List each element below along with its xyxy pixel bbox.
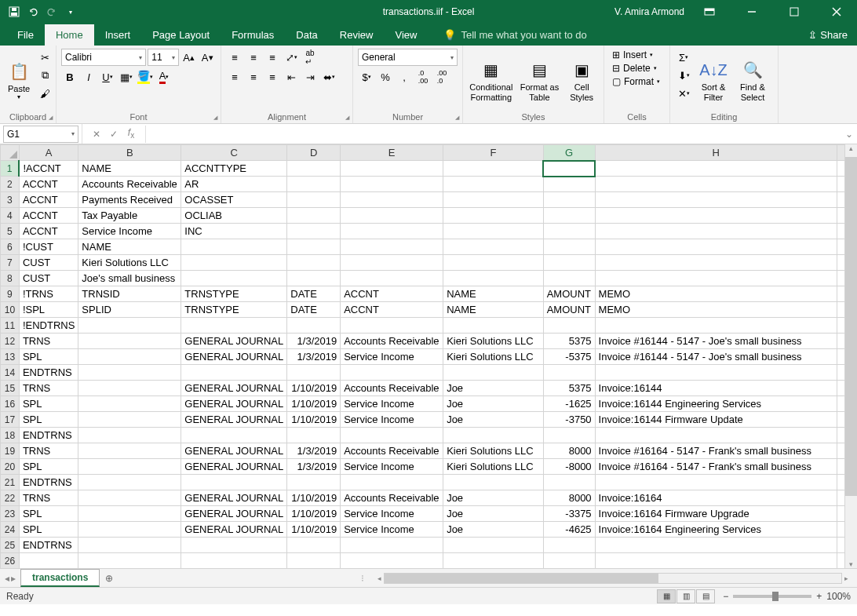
insert-cells-button[interactable]: ⊞Insert ▾ [609, 49, 665, 61]
cell[interactable]: !ACCNT [19, 161, 78, 177]
cell[interactable]: Tax Payable [78, 208, 181, 224]
cell[interactable]: TRNS [19, 381, 78, 396]
cell[interactable] [287, 475, 341, 490]
row-header[interactable]: 17 [1, 412, 20, 428]
row-header[interactable]: 15 [1, 381, 20, 396]
cell[interactable]: SPL [19, 349, 78, 365]
cell[interactable] [78, 349, 181, 365]
cell[interactable] [287, 428, 341, 443]
cell[interactable]: ACCNTTYPE [181, 161, 287, 177]
cell[interactable]: Invoice:16164 [595, 490, 837, 506]
align-left-button[interactable]: ≡ [226, 68, 243, 86]
cell[interactable] [181, 365, 287, 381]
cell[interactable]: ACCNT [341, 286, 443, 302]
cell[interactable] [543, 255, 595, 271]
clear-button[interactable]: ✕▾ [675, 85, 692, 102]
format-cells-button[interactable]: ▢Format ▾ [609, 75, 665, 88]
cell[interactable] [443, 271, 544, 286]
cell[interactable] [595, 239, 837, 255]
cell[interactable] [78, 506, 181, 522]
tab-formulas[interactable]: Formulas [221, 24, 285, 46]
ribbon-options-icon[interactable] [692, 0, 727, 24]
cell[interactable]: 1/3/2019 [287, 443, 341, 459]
cell[interactable] [595, 255, 837, 271]
cell[interactable] [595, 538, 837, 553]
cell[interactable]: ACCNT [19, 192, 78, 208]
cell[interactable] [287, 192, 341, 208]
cell[interactable] [78, 538, 181, 553]
row-header[interactable]: 14 [1, 365, 20, 381]
tell-me-search[interactable]: 💡 Tell me what you want to do [443, 29, 586, 46]
page-layout-view-button[interactable]: ▥ [676, 589, 695, 603]
cell[interactable]: 8000 [543, 443, 595, 459]
close-button[interactable] [819, 0, 854, 24]
row-header[interactable]: 8 [1, 271, 20, 286]
find-select-button[interactable]: 🔍 Find & Select [735, 49, 771, 111]
cell[interactable]: Kieri Solutions LLC [443, 443, 544, 459]
cell[interactable] [78, 490, 181, 506]
delete-cells-button[interactable]: ⊟Delete ▾ [609, 62, 665, 75]
cell[interactable]: SPLID [78, 302, 181, 318]
cell[interactable]: ACCNT [19, 177, 78, 192]
cell[interactable]: NAME [78, 161, 181, 177]
cell[interactable] [443, 553, 544, 569]
format-as-table-button[interactable]: ▤ Format as Table [518, 49, 562, 111]
cell[interactable]: AR [181, 177, 287, 192]
zoom-out-button[interactable]: − [723, 591, 728, 602]
row-header[interactable]: 26 [1, 553, 20, 569]
cell[interactable] [443, 224, 544, 239]
cell-styles-button[interactable]: ▣ Cell Styles [564, 49, 599, 111]
tab-file[interactable]: File [6, 24, 45, 46]
cell[interactable] [287, 271, 341, 286]
cell[interactable]: TRNSTYPE [181, 302, 287, 318]
align-right-button[interactable]: ≡ [264, 68, 281, 86]
zoom-slider[interactable] [733, 595, 811, 598]
cell[interactable]: Joe [443, 490, 544, 506]
cell[interactable]: 1/10/2019 [287, 412, 341, 428]
cell[interactable]: Accounts Receivable [341, 381, 443, 396]
cell[interactable]: Invoice:16164 Engineering Services [595, 522, 837, 538]
row-header[interactable]: 4 [1, 208, 20, 224]
cell[interactable] [341, 365, 443, 381]
tab-view[interactable]: View [384, 24, 428, 46]
cell[interactable]: Service Income [341, 349, 443, 365]
cell[interactable]: Invoice #16144 - 5147 - Joe's small busi… [595, 349, 837, 365]
cell[interactable]: GENERAL JOURNAL [181, 490, 287, 506]
cell[interactable] [595, 318, 837, 334]
copy-button[interactable]: ⧉ [36, 67, 53, 84]
cell[interactable] [181, 428, 287, 443]
cell[interactable] [341, 538, 443, 553]
increase-indent-button[interactable]: ⇥ [301, 68, 319, 86]
user-name[interactable]: V. Amira Armond [614, 6, 684, 17]
font-color-button[interactable]: A▾ [155, 68, 173, 86]
cell[interactable] [341, 271, 443, 286]
row-header[interactable]: 9 [1, 286, 20, 302]
cell[interactable]: !SPL [19, 302, 78, 318]
cell[interactable] [341, 553, 443, 569]
cell[interactable]: !TRNS [19, 286, 78, 302]
cell[interactable]: 1/10/2019 [287, 522, 341, 538]
cell[interactable]: Invoice:16144 Engineering Services [595, 396, 837, 412]
cell[interactable]: Accounts Receivable [341, 443, 443, 459]
cut-button[interactable]: ✂ [36, 49, 53, 66]
column-header[interactable]: B [78, 145, 181, 161]
horizontal-scroll-thumb[interactable] [385, 574, 658, 583]
cell[interactable]: ENDTRNS [19, 475, 78, 490]
cell[interactable]: -1625 [543, 396, 595, 412]
cell[interactable]: Service Income [341, 522, 443, 538]
tab-review[interactable]: Review [329, 24, 385, 46]
cell[interactable]: Joe's small business [78, 271, 181, 286]
cell[interactable]: Service Income [341, 396, 443, 412]
cell[interactable]: AMOUNT [543, 302, 595, 318]
cell[interactable] [341, 475, 443, 490]
cell[interactable] [443, 192, 544, 208]
cell[interactable]: SPL [19, 459, 78, 475]
qat-customize-icon[interactable]: ▾ [63, 4, 78, 20]
cell[interactable] [287, 255, 341, 271]
row-header[interactable]: 13 [1, 349, 20, 365]
percent-button[interactable]: % [377, 68, 394, 86]
cell[interactable]: Joe [443, 381, 544, 396]
align-middle-button[interactable]: ≡ [245, 49, 262, 66]
cell[interactable] [287, 177, 341, 192]
name-box[interactable]: G1▾ [3, 126, 78, 143]
